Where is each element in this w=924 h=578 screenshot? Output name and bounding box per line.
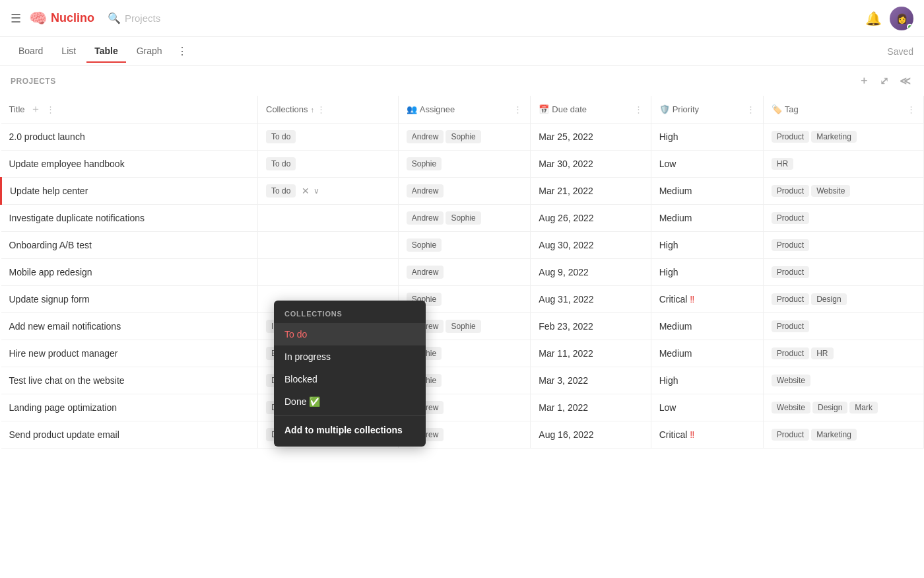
cell-priority: Medium — [651, 178, 763, 205]
cell-tags: HR — [763, 151, 923, 178]
more-options-icon[interactable]: ⋮ — [173, 40, 191, 63]
avatar[interactable]: 👩 — [890, 7, 913, 30]
cell-tags: Product — [763, 205, 923, 232]
collections-sort-icon[interactable]: ↑ — [311, 106, 315, 114]
cell-priority: High — [651, 367, 763, 394]
priority-col-label: Priority — [673, 104, 699, 114]
cell-title[interactable]: Onboarding A/B test — [1, 232, 258, 259]
cell-collections[interactable] — [258, 232, 399, 259]
cell-title[interactable]: Send product update email — [1, 421, 258, 449]
assignee-andrew: Andrew — [407, 184, 444, 198]
duedate-col-menu-icon[interactable]: ⋮ — [634, 104, 643, 114]
assignee-sophie: Sophie — [446, 130, 480, 143]
priority-value: Critical — [659, 294, 688, 305]
table-row: 2.0 product launchTo doAndrewSophieMar 2… — [1, 124, 924, 151]
dropdown-item-inprogress[interactable]: In progress — [274, 345, 426, 368]
cell-duedate: Aug 26, 2022 — [531, 205, 651, 232]
tab-list[interactable]: List — [53, 40, 84, 63]
duedate-col-label: Due date — [552, 104, 587, 114]
cell-tags: Product — [763, 313, 923, 340]
table-row: Onboarding A/B testSophieAug 30, 2022Hig… — [1, 232, 924, 259]
cell-assignee: Sophie — [398, 151, 531, 178]
assignee-sophie: Sophie — [407, 157, 442, 170]
tag-badge: HR — [811, 347, 833, 359]
add-title-icon[interactable]: ＋ — [28, 102, 44, 116]
cell-title[interactable]: Landing page optimization — [1, 394, 258, 421]
tag-badge: Product — [772, 185, 809, 197]
search-area[interactable]: 🔍 Projects — [108, 12, 160, 24]
tag-badge: Marketing — [811, 131, 857, 143]
cell-duedate: Mar 21, 2022 — [531, 178, 651, 205]
col-header-collections: Collections ↑ ⋮ — [258, 96, 399, 124]
cell-title[interactable]: Mobile app redesign — [1, 259, 258, 286]
tab-graph[interactable]: Graph — [129, 40, 170, 63]
priority-value: Critical — [659, 429, 688, 440]
search-placeholder: Projects — [125, 13, 160, 24]
notification-bell-icon[interactable]: 🔔 — [865, 11, 882, 26]
saved-label: Saved — [887, 46, 913, 57]
assignee-col-menu-icon[interactable]: ⋮ — [513, 104, 522, 114]
tag-badge: Product — [772, 239, 809, 251]
dropdown-add-multiple[interactable]: Add to multiple collections — [274, 419, 426, 441]
tag-badge: Marketing — [811, 429, 857, 441]
col-header-priority: 🛡️ Priority ⋮ — [651, 96, 763, 124]
cell-priority: Medium — [651, 313, 763, 340]
search-icon: 🔍 — [108, 12, 121, 24]
title-col-menu-icon[interactable]: ⋮ — [46, 104, 55, 114]
tab-table[interactable]: Table — [86, 40, 126, 63]
cell-priority: Medium — [651, 205, 763, 232]
table-row: Hire new product managerBlockedSophieMar… — [1, 340, 924, 367]
section-actions: ＋ ⤢ ≪ — [856, 73, 914, 89]
cell-priority: Low — [651, 151, 763, 178]
collapse-icon[interactable]: ≪ — [897, 73, 914, 89]
menu-icon[interactable]: ☰ — [11, 11, 21, 26]
title-col-label: Title — [9, 104, 25, 114]
cell-title[interactable]: Update employee handbook — [1, 151, 258, 178]
assignee-andrew: Andrew — [407, 266, 444, 279]
tag-badge: Product — [772, 320, 809, 332]
cell-collections[interactable]: To do — [258, 124, 399, 151]
cell-priority: High — [651, 232, 763, 259]
tag-badge: Website — [811, 185, 850, 197]
cell-priority: Medium — [651, 340, 763, 367]
cell-collections[interactable]: To do✕∨ — [258, 178, 399, 205]
collection-badge: To do — [266, 130, 296, 143]
logo: 🧠 Nuclino — [29, 10, 94, 27]
cell-tags: ProductMarketing — [763, 124, 923, 151]
clear-collection-icon[interactable]: ✕ — [300, 186, 311, 196]
table-row: Add new email notificationsIn progressAn… — [1, 313, 924, 340]
online-indicator — [907, 24, 913, 30]
col-header-tag: 🏷️ Tag ⋮ — [763, 96, 923, 124]
cell-title[interactable]: Investigate duplicate notifications — [1, 205, 258, 232]
cell-title[interactable]: Test live chat on the website — [1, 367, 258, 394]
cell-title[interactable]: 2.0 product launch — [1, 124, 258, 151]
cell-tags: ProductWebsite — [763, 178, 923, 205]
cell-tags: Product — [763, 232, 923, 259]
expand-collection-icon[interactable]: ∨ — [314, 186, 319, 196]
collections-col-menu-icon[interactable]: ⋮ — [317, 104, 325, 114]
cell-title[interactable]: Add new email notifications — [1, 313, 258, 340]
tab-board[interactable]: Board — [11, 40, 51, 63]
add-row-icon[interactable]: ＋ — [856, 73, 873, 89]
cell-priority: Critical ‼️ — [651, 286, 763, 313]
expand-icon[interactable]: ⤢ — [877, 73, 892, 89]
priority-col-menu-icon[interactable]: ⋮ — [746, 104, 755, 114]
cell-collections[interactable] — [258, 205, 399, 232]
cell-title[interactable]: Update help center — [1, 178, 258, 205]
cell-title[interactable]: Hire new product manager — [1, 340, 258, 367]
cell-tags: WebsiteDesignMark — [763, 394, 923, 421]
cell-title[interactable]: Update signup form — [1, 286, 258, 313]
col-header-duedate: 📅 Due date ⋮ — [531, 96, 651, 124]
dropdown-item-done[interactable]: Done ✅ — [274, 390, 426, 413]
table-row: Investigate duplicate notificationsAndre… — [1, 205, 924, 232]
tag-badge: Product — [772, 266, 809, 278]
assignee-col-icon: 👥 — [407, 104, 417, 114]
dropdown-item-todo[interactable]: To do — [274, 323, 426, 345]
cell-collections[interactable]: To do — [258, 151, 399, 178]
cell-collections[interactable] — [258, 259, 399, 286]
assignee-sophie: Sophie — [446, 211, 480, 225]
tag-col-menu-icon[interactable]: ⋮ — [907, 104, 915, 114]
tag-badge: Product — [772, 429, 809, 441]
dropdown-item-blocked[interactable]: Blocked — [274, 368, 426, 390]
logo-icon: 🧠 — [29, 10, 47, 27]
